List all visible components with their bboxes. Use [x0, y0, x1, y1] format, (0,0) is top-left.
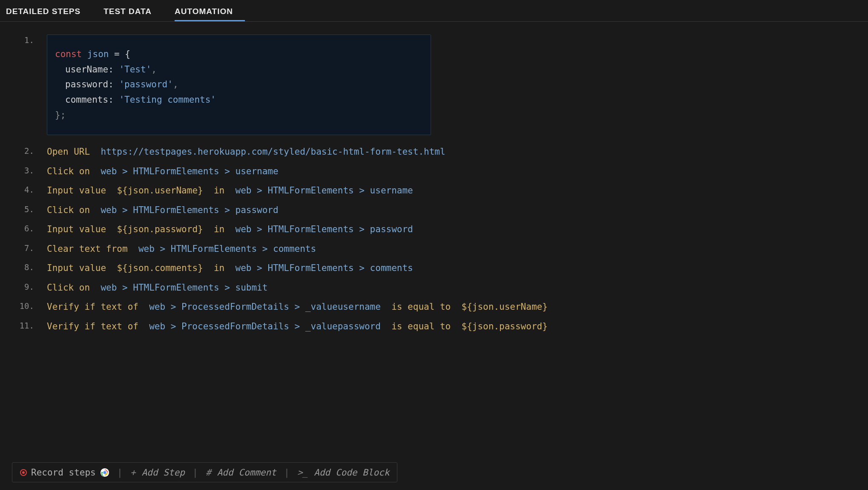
step-mid: in: [203, 224, 236, 234]
code-string: 'Test': [119, 64, 151, 75]
code-block[interactable]: const json = { userName: 'Test', passwor…: [47, 35, 431, 135]
step-mid: in: [203, 185, 236, 196]
code-keyword: const: [55, 49, 82, 59]
step-command: Click on: [47, 205, 101, 215]
step-mid: in: [203, 263, 236, 273]
code-punc: ,: [151, 64, 157, 75]
step-mid: is equal to: [381, 321, 462, 331]
hash-icon: #: [206, 467, 211, 478]
add-code-label: Add Code Block: [314, 467, 389, 478]
code-string: 'Testing comments': [119, 95, 216, 105]
toolbar-divider: |: [193, 467, 198, 478]
code-prop: comments:: [65, 95, 119, 105]
add-step-button[interactable]: + Add Step: [130, 467, 185, 478]
step-expression: ${json.userName}: [462, 302, 548, 312]
step-number: 8.: [17, 262, 47, 272]
step-number: 3.: [17, 165, 47, 175]
bottom-toolbar: Record steps | + Add Step | # Add Commen…: [12, 462, 397, 482]
step-command: Clear text from: [47, 244, 138, 254]
step-number: 4.: [17, 184, 47, 194]
toolbar-divider: |: [117, 467, 123, 478]
step-path: web > HTMLFormElements > username: [236, 185, 413, 196]
add-comment-label: Add Comment: [217, 467, 276, 478]
step-number: 2.: [17, 145, 47, 156]
steps-content: 1. const json = { userName: 'Test', pass…: [0, 22, 868, 333]
step-expression: ${json.password}: [117, 224, 203, 234]
step-command: Input value: [47, 263, 117, 273]
record-label: Record steps: [31, 467, 96, 478]
svg-point-3: [103, 471, 106, 473]
record-icon: [20, 469, 27, 476]
step-number: 1.: [17, 35, 47, 45]
code-string: 'password': [119, 79, 172, 89]
toolbar-divider: |: [284, 467, 290, 478]
step-path: web > HTMLFormElements > comments: [138, 244, 316, 254]
step-row[interactable]: 2. Open URL https://testpages.herokuapp.…: [17, 145, 851, 159]
step-path: web > HTMLFormElements > username: [101, 166, 278, 176]
step-command: Input value: [47, 185, 117, 196]
step-path: web > HTMLFormElements > password: [236, 224, 413, 234]
code-prop: userName:: [65, 64, 119, 75]
step-command: Click on: [47, 282, 101, 293]
step-row[interactable]: 4. Input value ${json.userName} in web >…: [17, 184, 851, 198]
step-row[interactable]: 10. Verify if text of web > ProcessedFor…: [17, 300, 851, 314]
step-path: web > HTMLFormElements > comments: [236, 263, 413, 273]
code-text: = {: [109, 49, 130, 59]
chrome-icon: [100, 468, 109, 477]
tab-detailed-steps[interactable]: DETAILED STEPS: [6, 0, 92, 21]
step-expression: ${json.password}: [462, 321, 548, 331]
add-code-block-button[interactable]: >_ Add Code Block: [297, 467, 389, 478]
step-command: Input value: [47, 224, 117, 234]
tab-automation[interactable]: AUTOMATION: [175, 0, 245, 21]
add-comment-button[interactable]: # Add Comment: [206, 467, 276, 478]
step-number: 6.: [17, 223, 47, 233]
step-expression: ${json.userName}: [117, 185, 203, 196]
step-number: 11.: [17, 320, 47, 330]
step-expression: ${json.comments}: [117, 263, 203, 273]
step-path: https://testpages.herokuapp.com/styled/b…: [101, 147, 445, 157]
tab-test-data[interactable]: TEST DATA: [103, 0, 164, 21]
step-command: Click on: [47, 166, 101, 176]
code-var: json: [82, 49, 109, 59]
step-row[interactable]: 3. Click on web > HTMLFormElements > use…: [17, 165, 851, 179]
step-path: web > HTMLFormElements > password: [101, 205, 278, 215]
step-path: web > ProcessedFormDetails > _valuepassw…: [149, 321, 381, 331]
step-row[interactable]: 9. Click on web > HTMLFormElements > sub…: [17, 281, 851, 295]
step-number: 10.: [17, 300, 47, 311]
code-punc: };: [55, 110, 66, 120]
code-punc: ,: [173, 79, 178, 89]
terminal-icon: >_: [297, 467, 308, 478]
step-command: Open URL: [47, 147, 101, 157]
step-number: 5.: [17, 204, 47, 214]
step-row[interactable]: 6. Input value ${json.password} in web >…: [17, 223, 851, 236]
step-row[interactable]: 11. Verify if text of web > ProcessedFor…: [17, 320, 851, 334]
step-row[interactable]: 5. Click on web > HTMLFormElements > pas…: [17, 204, 851, 217]
step-path: web > HTMLFormElements > submit: [101, 282, 267, 293]
add-step-label: Add Step: [142, 467, 185, 478]
step-command: Verify if text of: [47, 302, 149, 312]
step-number: 7.: [17, 242, 47, 253]
record-steps-button[interactable]: Record steps: [20, 467, 109, 478]
plus-icon: +: [130, 467, 136, 478]
step-path: web > ProcessedFormDetails > _valueusern…: [149, 302, 381, 312]
step-command: Verify if text of: [47, 321, 149, 331]
step-row[interactable]: 1. const json = { userName: 'Test', pass…: [17, 35, 851, 139]
step-row[interactable]: 8. Input value ${json.comments} in web >…: [17, 262, 851, 275]
step-row[interactable]: 7. Clear text from web > HTMLFormElement…: [17, 242, 851, 256]
step-mid: is equal to: [381, 302, 462, 312]
code-prop: password:: [65, 79, 119, 89]
step-number: 9.: [17, 281, 47, 291]
tabs-bar: DETAILED STEPS TEST DATA AUTOMATION: [0, 0, 868, 22]
